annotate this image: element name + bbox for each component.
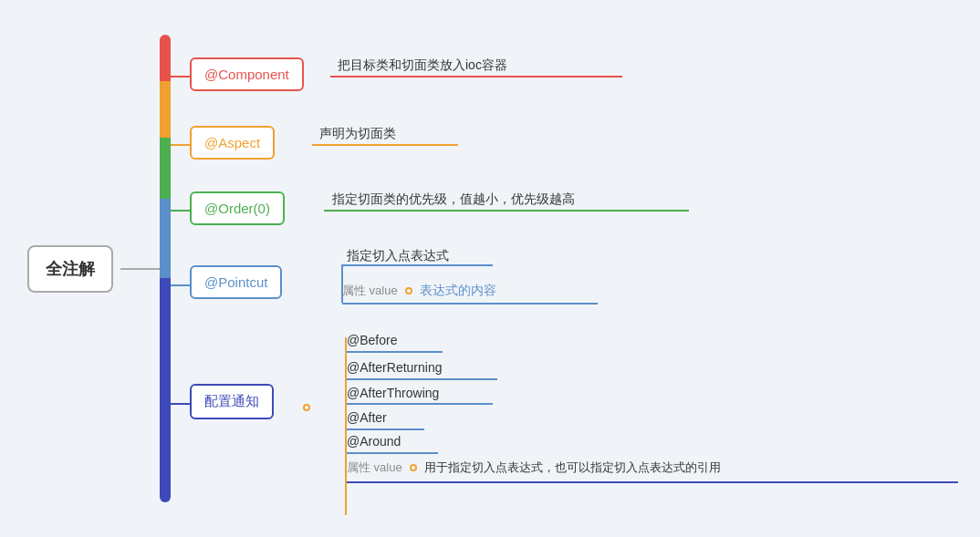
afterthrowing-label: @AfterThrowing: [347, 386, 439, 400]
order-label: @Order(0): [204, 201, 270, 216]
before-line: [347, 351, 443, 353]
component-label: @Component: [204, 67, 289, 82]
afterreturning-label: @AfterReturning: [347, 360, 442, 375]
after-line: [347, 429, 424, 430]
component-node: @Component: [190, 57, 304, 91]
aspect-label: @Aspect: [204, 135, 260, 150]
pointcut-leaf1: 指定切入点表达式: [347, 248, 449, 264]
aspect-leaf: 声明为切面类: [319, 126, 396, 140]
before-label: @Before: [347, 333, 397, 347]
pointcut-node: @Pointcut: [190, 265, 282, 299]
order-leaf: 指定切面类的优先级，值越小，优先级越高: [332, 191, 575, 206]
component-leaf: 把目标类和切面类放入ioc容器: [338, 57, 507, 72]
pointcut-desc-line: [342, 264, 493, 266]
advice-attr-underline: [347, 481, 958, 483]
around-line: [347, 452, 438, 454]
advice-label: 配置通知: [204, 393, 259, 408]
pointcut-attr-text: 表达式的内容: [420, 283, 496, 299]
advice-afterreturning: @AfterReturning: [347, 360, 442, 375]
pointcut-attr-line: 属性 value 表达式的内容: [342, 283, 496, 299]
component-leaf-line: [330, 76, 622, 77]
afterreturning-line: [347, 378, 497, 380]
root-label: 全注解: [46, 260, 95, 278]
aspect-leaf-line: [312, 144, 458, 146]
after-label: @After: [347, 410, 387, 425]
advice-around: @Around: [347, 434, 401, 449]
advice-circle: [410, 464, 417, 471]
advice-before: @Before: [347, 333, 397, 347]
order-node: @Order(0): [190, 191, 285, 225]
advice-connector-circle: [299, 399, 314, 414]
vertical-bar: [160, 35, 171, 502]
pointcut-attr-label: 属性 value: [342, 283, 398, 299]
root-node: 全注解: [27, 245, 113, 293]
aspect-leaf-text: 声明为切面类: [319, 126, 396, 142]
pointcut-circle: [405, 287, 412, 294]
advice-attr-label: 属性 value: [347, 460, 402, 476]
order-leaf-line: [324, 210, 689, 212]
component-leaf-text: 把目标类和切面类放入ioc容器: [338, 57, 507, 74]
pointcut-attr-underline: [342, 303, 598, 305]
advice-afterthrowing: @AfterThrowing: [347, 386, 439, 400]
order-leaf-text: 指定切面类的优先级，值越小，优先级越高: [332, 191, 575, 208]
advice-attr-row: 属性 value 用于指定切入点表达式，也可以指定切入点表达式的引用: [347, 460, 721, 476]
pointcut-desc: 指定切入点表达式: [347, 248, 449, 263]
around-label: @Around: [347, 434, 401, 449]
advice-attr-text: 用于指定切入点表达式，也可以指定切入点表达式的引用: [424, 460, 721, 476]
advice-node: 配置通知: [190, 384, 274, 419]
pointcut-label: @Pointcut: [204, 274, 267, 290]
aspect-node: @Aspect: [190, 126, 275, 160]
advice-after: @After: [347, 410, 387, 425]
mind-map: 全注解 @Component 把目标类和切面类放入ioc容器 @Aspect 声…: [18, 9, 962, 528]
root-connector: [120, 268, 160, 270]
afterthrowing-line: [347, 403, 493, 405]
